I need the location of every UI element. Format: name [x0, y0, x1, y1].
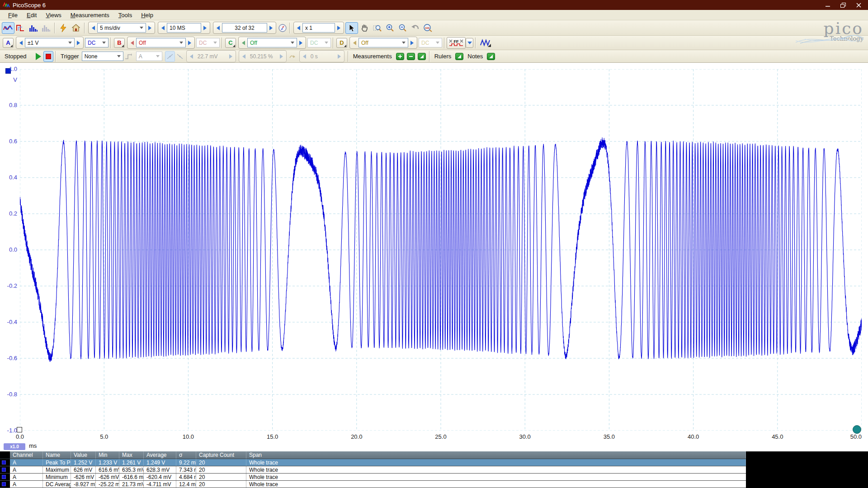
- falling-edge-button[interactable]: [175, 51, 185, 62]
- spectrum-view-button[interactable]: [27, 22, 40, 34]
- post-trigger-delay-button[interactable]: [288, 51, 298, 62]
- channel-c-range-next-button[interactable]: [297, 38, 305, 47]
- channel-b-range-prev-button[interactable]: [128, 38, 136, 47]
- channel-a-range-prev-button[interactable]: [17, 38, 25, 47]
- channel-d-range-select[interactable]: Off: [359, 38, 408, 47]
- start-capture-button[interactable]: [33, 51, 43, 62]
- timebase-select[interactable]: 5 ms/div: [97, 23, 146, 33]
- samples-prev-button[interactable]: [159, 23, 167, 33]
- timebase-prev-button[interactable]: [90, 23, 97, 33]
- undo-zoom-button[interactable]: [409, 22, 421, 34]
- trigger-level-up-button[interactable]: [227, 52, 235, 61]
- scope-view-button[interactable]: [2, 22, 14, 34]
- y-tick-label: 0.8: [1, 102, 17, 108]
- channel-b-options-button[interactable]: B: [114, 38, 125, 48]
- pre-trigger-input[interactable]: 50.215 %: [248, 52, 278, 61]
- post-trigger-down-button[interactable]: [301, 52, 308, 61]
- measurement-cell: -4.711 mV: [144, 481, 176, 488]
- axis-corner-handle[interactable]: [17, 427, 22, 432]
- trigger-mode-select[interactable]: None: [82, 52, 123, 61]
- rising-edge-button[interactable]: [165, 51, 175, 62]
- channel-a-range-control: ±1 V: [16, 37, 84, 49]
- add-measurement-button[interactable]: [396, 53, 404, 60]
- column-header[interactable]: Channel: [10, 451, 43, 459]
- buffer-indicator[interactable]: 32 of 32: [222, 23, 267, 33]
- buffer-overview-button[interactable]: [278, 23, 288, 33]
- measurement-row[interactable]: APeak To Peak1.252 V1.233 V1.261 V1.249 …: [0, 459, 746, 466]
- restore-button[interactable]: [835, 0, 851, 10]
- column-header[interactable]: Value: [71, 451, 96, 459]
- auto-setup-button[interactable]: [57, 22, 70, 34]
- marquee-zoom-button[interactable]: [371, 22, 383, 34]
- graph-area[interactable]: [20, 69, 862, 431]
- column-header[interactable]: Name: [43, 451, 71, 459]
- menu-file[interactable]: File: [4, 10, 22, 20]
- scope-display[interactable]: 1.00.80.60.40.20.0-0.2-0.4-0.6-0.8-1.0 V…: [0, 63, 868, 451]
- rulers-button[interactable]: [455, 53, 463, 60]
- post-trigger-input[interactable]: 0 s: [308, 52, 335, 61]
- channel-b-range-select[interactable]: Off: [136, 38, 186, 47]
- spectrum-view-disabled-button[interactable]: [40, 22, 52, 34]
- channel-c-range-select[interactable]: Off: [247, 38, 297, 47]
- measurement-row[interactable]: AMaximum626 mV616.6 mV635.3 mV628.3 mV7.…: [0, 466, 746, 474]
- persistence-view-button[interactable]: [14, 22, 27, 34]
- buffer-prev-button[interactable]: [214, 23, 222, 33]
- channel-b-range-next-button[interactable]: [186, 38, 193, 47]
- post-trigger-up-button[interactable]: [335, 52, 343, 61]
- buffer-next-button[interactable]: [267, 23, 275, 33]
- channel-c-options-button[interactable]: C: [225, 38, 236, 48]
- zoom-factor-input[interactable]: x 1: [302, 23, 335, 33]
- zoom-out-button[interactable]: [396, 22, 409, 34]
- channel-a-range-next-button[interactable]: [75, 38, 82, 47]
- signal-generator-button[interactable]: [478, 37, 493, 49]
- zoom-in-button[interactable]: [383, 22, 396, 34]
- pre-trigger-down-button[interactable]: [240, 52, 248, 61]
- close-button[interactable]: [851, 0, 866, 10]
- menu-help[interactable]: Help: [137, 10, 158, 20]
- column-header[interactable]: Average: [144, 451, 176, 459]
- trigger-source-select[interactable]: A: [136, 52, 162, 61]
- menu-tools[interactable]: Tools: [114, 10, 137, 20]
- channel-a-coupling-select[interactable]: DC: [85, 38, 108, 47]
- trigger-level-down-button[interactable]: [188, 52, 195, 61]
- column-header[interactable]: σ: [176, 451, 196, 459]
- menu-edit[interactable]: Edit: [22, 10, 41, 20]
- measurement-row[interactable]: ADC Average-8.927 mV-25.22 mV21.73 mV-4.…: [0, 481, 746, 488]
- channel-a-options-button[interactable]: A: [3, 38, 14, 48]
- channel-c-coupling-select[interactable]: DC: [307, 38, 331, 47]
- column-header[interactable]: Min: [96, 451, 119, 459]
- channel-d-options-button[interactable]: D: [336, 38, 347, 48]
- notes-button[interactable]: [487, 53, 495, 60]
- zoom-factor-next-button[interactable]: [335, 23, 343, 33]
- zoom-100-button[interactable]: 100: [421, 22, 434, 34]
- samples-input[interactable]: 10 MS: [167, 23, 201, 33]
- channel-b-coupling-select[interactable]: DC: [196, 38, 220, 47]
- channel-d-coupling-select[interactable]: DC: [419, 38, 442, 47]
- timebase-next-button[interactable]: [146, 23, 154, 33]
- stop-capture-button[interactable]: [43, 51, 53, 62]
- measurement-row[interactable]: AMinimum-626 mV-626 mV-616.6 mV-620.4 mV…: [0, 474, 746, 481]
- edit-measurement-button[interactable]: [418, 53, 426, 60]
- menu-measurements[interactable]: Measurements: [66, 10, 114, 20]
- menu-views[interactable]: Views: [41, 10, 66, 20]
- digital-inputs-dropdown-button[interactable]: [466, 38, 473, 48]
- pointer-tool-button[interactable]: [345, 22, 358, 34]
- minimize-button[interactable]: [820, 0, 835, 10]
- column-header[interactable]: Max: [119, 451, 144, 459]
- channel-c-range-prev-button[interactable]: [240, 38, 247, 47]
- channel-d-range-prev-button[interactable]: [351, 38, 359, 47]
- zoom-factor-prev-button[interactable]: [295, 23, 302, 33]
- trigger-level-input[interactable]: 22.7 mV: [195, 52, 227, 61]
- samples-next-button[interactable]: [201, 23, 209, 33]
- channel-d-range-next-button[interactable]: [408, 38, 416, 47]
- digital-inputs-button[interactable]: FF: [447, 37, 466, 49]
- advanced-trigger-button[interactable]: [123, 51, 133, 62]
- delete-measurement-button[interactable]: [407, 53, 415, 60]
- pan-tool-button[interactable]: [358, 22, 371, 34]
- trigger-marker-handle[interactable]: [853, 425, 861, 434]
- channel-a-range-select[interactable]: ±1 V: [25, 38, 75, 47]
- column-header[interactable]: Span: [246, 451, 746, 459]
- pre-trigger-up-button[interactable]: [278, 52, 285, 61]
- home-button[interactable]: [70, 22, 82, 34]
- column-header[interactable]: Capture Count: [196, 451, 246, 459]
